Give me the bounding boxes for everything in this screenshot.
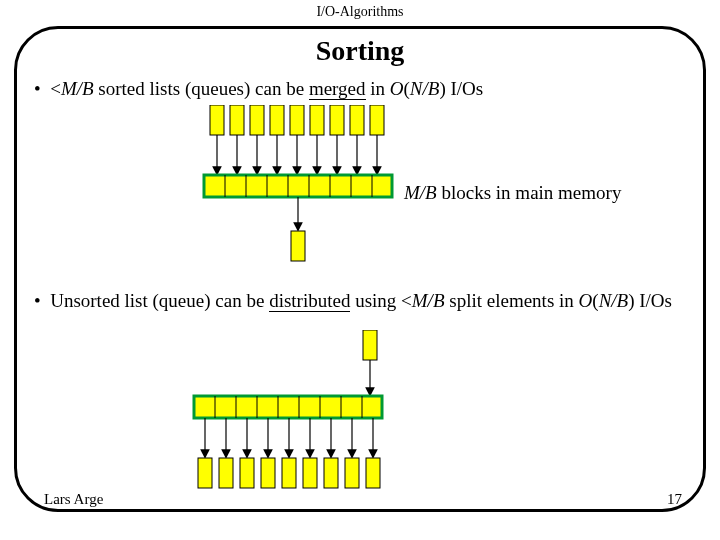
bullet-merge: • <M/B sorted lists (queues) can be merg… — [34, 78, 483, 100]
dist-memory-bar — [194, 396, 382, 418]
word-distributed: distributed — [269, 290, 350, 312]
nb: N/B — [410, 78, 440, 99]
svg-rect-1 — [230, 105, 244, 135]
bullet-dot: • — [34, 290, 41, 311]
txt: < — [50, 78, 61, 99]
mb: M/B — [404, 182, 437, 203]
txt: Unsorted list (queue) can be — [50, 290, 269, 311]
distribute-diagram — [190, 330, 410, 500]
txt: in — [366, 78, 390, 99]
txt: sorted lists (queues) can be — [94, 78, 309, 99]
svg-rect-46 — [261, 458, 275, 488]
dist-arrows-out — [205, 418, 373, 454]
footer-page: 17 — [667, 491, 682, 508]
dist-input-block — [363, 330, 377, 360]
mb: M/B — [61, 78, 94, 99]
header-subtitle: I/O-Algorithms — [0, 4, 720, 20]
txt: using < — [350, 290, 411, 311]
svg-rect-6 — [330, 105, 344, 135]
svg-rect-49 — [324, 458, 338, 488]
svg-rect-45 — [240, 458, 254, 488]
txt: split elements in — [445, 290, 579, 311]
svg-rect-8 — [370, 105, 384, 135]
svg-rect-3 — [270, 105, 284, 135]
footer-author: Lars Arge — [44, 491, 103, 508]
txt: ) I/Os — [628, 290, 672, 311]
slide: I/O-Algorithms Sorting • <M/B sorted lis… — [0, 0, 720, 540]
merge-arrows-in — [217, 135, 377, 171]
svg-rect-50 — [345, 458, 359, 488]
svg-rect-51 — [366, 458, 380, 488]
svg-rect-2 — [250, 105, 264, 135]
slide-title: Sorting — [0, 35, 720, 67]
txt: blocks in main memory — [437, 182, 622, 203]
txt: ) I/Os — [439, 78, 483, 99]
svg-rect-44 — [219, 458, 233, 488]
merge-output-block — [291, 231, 305, 261]
svg-rect-5 — [310, 105, 324, 135]
o: O — [390, 78, 404, 99]
svg-rect-4 — [290, 105, 304, 135]
mb: M/B — [412, 290, 445, 311]
svg-rect-47 — [282, 458, 296, 488]
merge-memory-bar — [204, 175, 392, 197]
dist-bottom-blocks — [198, 458, 380, 488]
svg-rect-0 — [210, 105, 224, 135]
o: O — [579, 290, 593, 311]
word-merged: merged — [309, 78, 366, 100]
nb: N/B — [599, 290, 629, 311]
svg-rect-43 — [198, 458, 212, 488]
merge-top-blocks — [210, 105, 384, 135]
bullet-distribute: • Unsorted list (queue) can be distribut… — [34, 290, 686, 312]
bullet-dot: • — [34, 78, 41, 99]
svg-rect-48 — [303, 458, 317, 488]
merge-diagram — [200, 105, 420, 275]
svg-rect-7 — [350, 105, 364, 135]
memory-label: M/B blocks in main memory — [404, 182, 621, 204]
